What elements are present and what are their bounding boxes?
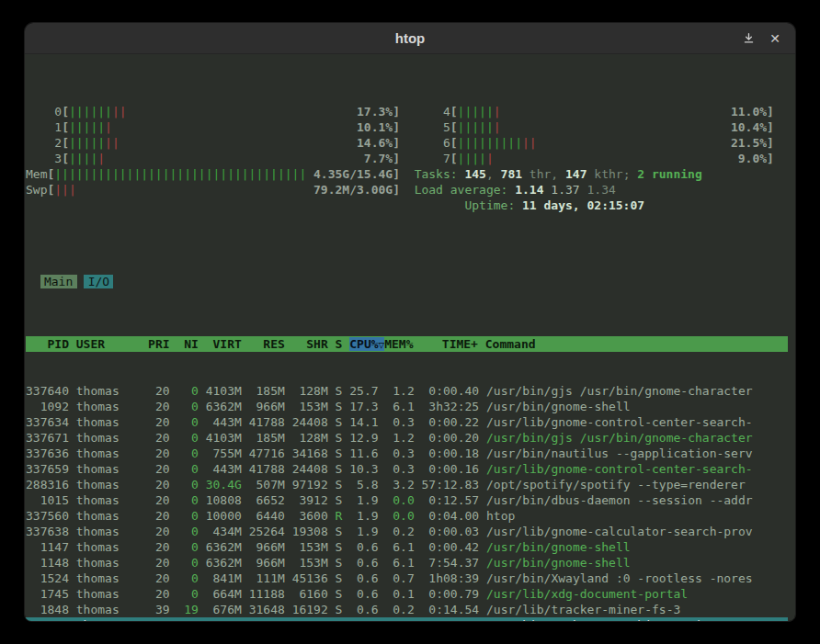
cell-pri: 20: [148, 571, 177, 585]
meter-bars: |: [494, 104, 501, 119]
cell-user: thomas: [76, 540, 148, 554]
cell-mem: 6.1: [385, 556, 421, 570]
process-row-1092[interactable]: 1092 thomas 20 0 6362M 966M 153M S 17.3 …: [26, 399, 788, 414]
cell-cpu: 11.6: [349, 446, 385, 460]
htop-terminal[interactable]: 0[||||||||17.3%]4[||||||11.0%]1[||||||10…: [25, 54, 795, 622]
meter-label: 1: [26, 119, 62, 135]
tab-io[interactable]: I/O: [84, 275, 113, 288]
meter-value: 10.4%: [731, 119, 767, 135]
cell-virt: 30.4G: [206, 478, 249, 491]
meter-bracket: [: [450, 104, 458, 119]
info-text: Load average:: [415, 183, 516, 197]
process-row-1848[interactable]: 1848 thomas 39 19 676M 31648 16192 S 0.6…: [26, 602, 788, 617]
cell-user: thomas: [76, 571, 148, 585]
column-header-time[interactable]: TIME+: [420, 337, 484, 351]
meter-bracket: ]: [393, 182, 400, 198]
meter-bars: |: [486, 151, 494, 166]
cell-shr: 128M: [292, 384, 336, 398]
column-header-cpu[interactable]: CPU%▽: [349, 337, 384, 351]
cell-s: S: [336, 556, 350, 570]
cell-s: S: [336, 478, 350, 491]
cell-ni: 0: [177, 509, 205, 523]
meter-bars: |: [105, 119, 112, 135]
process-row-337638[interactable]: 337638 thomas 20 0 434M 25264 19308 S 1.…: [26, 524, 788, 539]
info-text: Uptime:: [464, 198, 522, 212]
process-row-1148[interactable]: 1148 thomas 20 0 6362M 966M 153M S 0.6 6…: [26, 555, 788, 571]
cell-shr: 24408: [292, 462, 336, 476]
cell-shr: 6160: [292, 587, 336, 601]
process-row-337636[interactable]: 337636 thomas 20 0 755M 47716 34168 S 11…: [26, 446, 788, 461]
meter-value: 79.2M/3.00G: [313, 182, 393, 198]
column-header-pid[interactable]: PID: [26, 337, 76, 351]
meter-bracket: ]: [393, 119, 400, 135]
titlebar[interactable]: htop ✕: [25, 23, 795, 54]
meter-bracket: [: [62, 104, 69, 119]
download-icon[interactable]: [743, 32, 755, 44]
process-row-337560[interactable]: 337560 thomas 20 0 10000 6440 3600 R 1.9…: [26, 508, 788, 524]
meter-bars: |||||: [69, 119, 105, 135]
cell-pri: 20: [148, 509, 177, 523]
cell-virt: 443M: [206, 462, 249, 476]
table-header: PID USER PRI NI VIRT RES SHR S CPU%▽MEM%…: [26, 336, 788, 352]
cell-mem: 0.2: [385, 525, 421, 538]
tasks-info: Tasks: 145, 781 thr, 147 kthr; 2 running: [415, 166, 788, 182]
process-row-337634[interactable]: 337634 thomas 20 0 443M 41788 24408 S 14…: [26, 414, 788, 430]
cell-shr: 153M: [292, 556, 336, 570]
cell-s: S: [336, 384, 350, 398]
process-row-337659[interactable]: 337659 thomas 20 0 443M 41788 24408 S 10…: [26, 461, 788, 477]
cell-virt: 443M: [206, 415, 249, 429]
cell-time: 57:12.83: [422, 478, 486, 491]
cell-shr: 97192: [292, 478, 336, 491]
meter-bars: ||||||: [69, 104, 112, 119]
meter-value: 21.5%: [731, 135, 767, 151]
process-row-337640[interactable]: 337640 thomas 20 0 4103M 185M 128M S 25.…: [26, 383, 788, 399]
info-text: 11 days, 02:15:07: [522, 198, 644, 212]
cell-res: 31648: [249, 603, 292, 616]
cell-s: S: [336, 525, 350, 538]
info-text: Tasks:: [415, 167, 465, 181]
column-header-s[interactable]: S: [336, 337, 350, 351]
process-row-1524[interactable]: 1524 thomas 20 0 841M 111M 45136 S 0.6 0…: [26, 571, 788, 586]
cell-shr: 19308: [292, 525, 336, 538]
cell-cpu: 10.3: [349, 462, 385, 476]
column-header-user[interactable]: USER: [76, 337, 148, 351]
process-row-337671[interactable]: 337671 thomas 20 0 4103M 185M 128M S 12.…: [26, 430, 788, 446]
column-header-ni[interactable]: NI: [177, 337, 205, 351]
cell-virt: 10000: [206, 509, 249, 523]
cell-res: 47716: [249, 446, 292, 460]
process-row-258499[interactable]: 258499 thomas 20 0 626M 106M 59688 S 0.6…: [26, 617, 788, 622]
cell-mem: 0.7: [385, 618, 421, 622]
meter-value: 9.0%: [738, 151, 767, 166]
cell-mem: 1.2: [385, 384, 421, 398]
cell-user: thomas: [76, 493, 148, 507]
cell-ni: 0: [177, 571, 205, 585]
cell-time: 3h32:25: [422, 400, 486, 413]
column-header-pri[interactable]: PRI: [148, 337, 177, 351]
info-text: 781: [501, 167, 522, 181]
column-header-shr[interactable]: SHR: [292, 337, 336, 351]
cell-ni: 0: [177, 478, 205, 491]
column-header-virt[interactable]: VIRT: [206, 337, 249, 351]
process-row-1745[interactable]: 1745 thomas 20 0 664M 11188 6160 S 0.6 0…: [26, 586, 788, 602]
column-header-res[interactable]: RES: [249, 337, 292, 351]
close-icon[interactable]: ✕: [769, 32, 780, 45]
meter-bars: |||||||||: [458, 135, 522, 151]
process-row-288316[interactable]: 288316 thomas 20 0 30.4G 507M 97192 S 5.…: [26, 477, 788, 492]
cell-res: 41788: [249, 415, 292, 429]
column-header-mem[interactable]: MEM%: [384, 337, 420, 351]
meter-bracket: [: [62, 135, 69, 151]
cpu1-meter: 1[||||||10.1%]: [26, 119, 400, 135]
info-text: ,: [551, 167, 565, 181]
tab-main[interactable]: Main: [40, 275, 77, 288]
screen-tabs: MainI/O: [26, 274, 788, 289]
cell-ni: 0: [177, 400, 205, 413]
cell-res: 6652: [249, 493, 292, 507]
cell-time: 0:00.16: [422, 462, 486, 476]
cell-mem: 0.1: [385, 587, 421, 601]
cell-virt: 755M: [206, 446, 249, 460]
cell-res: 966M: [249, 556, 292, 570]
process-row-1015[interactable]: 1015 thomas 20 0 10808 6652 3912 S 1.9 0…: [26, 492, 788, 508]
column-header-cmd[interactable]: Command: [485, 337, 752, 351]
process-row-1147[interactable]: 1147 thomas 20 0 6362M 966M 153M S 0.6 6…: [26, 539, 788, 555]
cell-pri: 20: [148, 462, 177, 476]
